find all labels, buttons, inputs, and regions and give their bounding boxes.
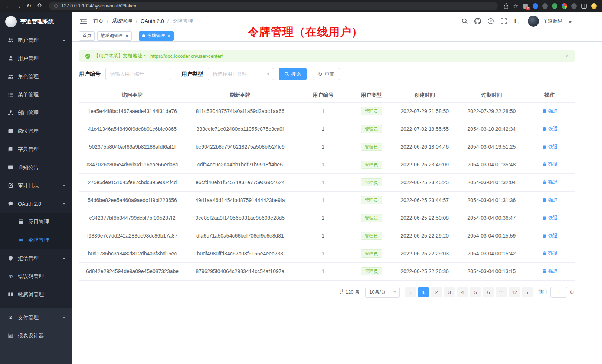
chevron-down-icon[interactable] bbox=[569, 21, 572, 23]
force-logout-button[interactable]: 强退 bbox=[542, 250, 558, 257]
split-view-icon[interactable] bbox=[581, 3, 587, 9]
fullscreen-icon[interactable] bbox=[500, 18, 507, 24]
page-button-5[interactable]: 5 bbox=[470, 287, 481, 297]
sidebar-toggle-icon[interactable] bbox=[80, 18, 87, 24]
tab-sensitive-word[interactable]: 敏感词管理× bbox=[97, 31, 132, 41]
page-button-12[interactable]: 12 bbox=[509, 287, 520, 297]
page-button-1[interactable]: 1 bbox=[418, 287, 429, 297]
sidebar-item-error-code[interactable]: </>错误码管理 bbox=[0, 267, 72, 285]
broadcast-icon bbox=[18, 237, 24, 243]
help-icon[interactable]: ? bbox=[487, 18, 494, 24]
sidebar-item-oauth2-token[interactable]: 令牌管理 bbox=[0, 231, 72, 249]
table-header-row: 访问令牌刷新令牌用户编号用户类型创建时间过期时间操作 bbox=[79, 88, 575, 102]
extensions-puzzle-icon[interactable] bbox=[562, 3, 567, 9]
search-button[interactable]: 搜索 bbox=[279, 68, 307, 80]
action-cell: 强退 bbox=[525, 120, 575, 138]
page-size-select[interactable]: 10条/页 bbox=[365, 287, 400, 298]
home-icon[interactable] bbox=[35, 3, 44, 9]
username[interactable]: 芋道源码 bbox=[543, 18, 562, 24]
extension-green-icon[interactable] bbox=[552, 3, 557, 9]
user-id-input[interactable] bbox=[105, 68, 171, 80]
sidebar-item-dept[interactable]: 部门管理 bbox=[0, 104, 72, 122]
chevron-down-icon bbox=[267, 73, 270, 75]
prev-page-button[interactable]: ‹ bbox=[405, 287, 416, 297]
share-icon[interactable] bbox=[503, 3, 509, 9]
tab-home[interactable]: 首页 bbox=[79, 31, 95, 41]
sidebar-item-notice[interactable]: 通知公告 bbox=[0, 158, 72, 176]
force-logout-button[interactable]: 强退 bbox=[542, 215, 558, 221]
refresh-icon[interactable]: ↻ bbox=[24, 3, 33, 9]
svg-text:?: ? bbox=[490, 19, 492, 23]
sidebar-item-menu[interactable]: 菜单管理 bbox=[0, 86, 72, 104]
back-icon[interactable]: ← bbox=[4, 3, 13, 9]
alert-close-icon[interactable]: × bbox=[565, 53, 569, 59]
github-icon[interactable] bbox=[474, 18, 481, 24]
extension-blue-icon[interactable] bbox=[533, 3, 538, 9]
page-button-2[interactable]: 2 bbox=[431, 287, 442, 297]
sidebar-item-report-designer[interactable]: 报表设计器 bbox=[0, 327, 72, 345]
force-logout-label: 强退 bbox=[548, 197, 558, 203]
sidebar-item-tenant[interactable]: 租户管理 bbox=[0, 31, 72, 49]
breadcrumb-item[interactable]: 系统管理 bbox=[112, 18, 132, 24]
site-info-icon[interactable] bbox=[53, 4, 58, 9]
force-logout-button[interactable]: 强退 bbox=[542, 161, 558, 168]
sidebar-item-sms[interactable]: 短信管理 bbox=[0, 249, 72, 267]
extension-dark-icon-2[interactable] bbox=[571, 3, 577, 9]
breadcrumb-item[interactable]: 首页 bbox=[93, 18, 104, 24]
sidebar-item-pay[interactable]: ¥支付管理 bbox=[0, 308, 72, 327]
expire-time-cell: 2054-03-04 00:36:47 bbox=[458, 209, 525, 227]
user-type-select[interactable]: 请选择用户类型 bbox=[208, 68, 274, 80]
search-button-label: 搜索 bbox=[291, 71, 301, 77]
sidebar-item-role[interactable]: 角色管理 bbox=[0, 67, 72, 86]
user-avatar[interactable] bbox=[528, 16, 539, 27]
access-token-cell: 275e5de9151045fe87cbdc395e004f4d bbox=[79, 173, 186, 191]
page-button-6[interactable]: 6 bbox=[483, 287, 494, 297]
sidebar-item-audit-log[interactable]: 审计日志 bbox=[0, 176, 72, 195]
app-window: 芋道管理系统 租户管理用户管理角色管理菜单管理部门管理岗位管理字典管理通知公告审… bbox=[0, 12, 602, 364]
search-icon[interactable] bbox=[461, 18, 468, 24]
sidebar-item-label: 菜单管理 bbox=[18, 92, 66, 98]
forward-icon[interactable]: → bbox=[14, 3, 23, 9]
action-cell: 强退 bbox=[525, 191, 575, 209]
font-size-icon[interactable]: TT bbox=[513, 18, 519, 24]
create-time-cell: 2022-07-02 18:55:55 bbox=[391, 120, 458, 138]
bookmark-star-icon[interactable]: ☆ bbox=[513, 3, 518, 9]
force-logout-button[interactable]: 强退 bbox=[542, 126, 558, 132]
page-button-3[interactable]: 3 bbox=[444, 287, 455, 297]
action-cell: 强退 bbox=[525, 262, 575, 280]
extension-badged-icon[interactable]: 0 bbox=[522, 3, 529, 9]
breadcrumb-item[interactable]: OAuth 2.0 bbox=[141, 18, 164, 24]
sidebar-item-oauth2-application[interactable]: 应用管理 bbox=[0, 213, 72, 231]
page-button-4[interactable]: 4 bbox=[457, 287, 468, 297]
user-type-cell: 管理员 bbox=[351, 156, 391, 173]
tab-close-icon[interactable]: × bbox=[168, 33, 171, 38]
sidebar-item-user[interactable]: 用户管理 bbox=[0, 49, 72, 67]
force-logout-button[interactable]: 强退 bbox=[542, 143, 558, 150]
user-type-badge: 管理员 bbox=[361, 125, 382, 133]
sidebar-item-label: OAuth 2.0 bbox=[18, 201, 58, 207]
goto-page-input[interactable] bbox=[550, 287, 567, 298]
app-logo[interactable]: 芋道管理系统 bbox=[0, 12, 72, 31]
tab-token[interactable]: 令牌管理× bbox=[139, 31, 174, 41]
sidebar-item-oauth2[interactable]: OAuth 2.0 bbox=[0, 195, 72, 213]
force-logout-button[interactable]: 强退 bbox=[542, 197, 558, 203]
list-icon bbox=[8, 92, 13, 97]
create-time-cell: 2022-06-25 23:45:25 bbox=[391, 173, 458, 191]
extension-dark-icon[interactable] bbox=[542, 3, 548, 9]
chevron-up-icon bbox=[62, 202, 66, 206]
reset-button[interactable]: ↻ 重置 bbox=[313, 68, 340, 80]
profile-avatar-emoji[interactable] bbox=[591, 3, 597, 9]
doc-link[interactable]: https://doc.iocoder.cn/user-center/ bbox=[150, 53, 223, 59]
force-logout-button[interactable]: 强退 bbox=[542, 179, 558, 186]
page-ellipsis[interactable]: ••• bbox=[496, 287, 507, 297]
sidebar-item-post[interactable]: 岗位管理 bbox=[0, 122, 72, 140]
force-logout-button[interactable]: 强退 bbox=[542, 268, 558, 275]
force-logout-button[interactable]: 强退 bbox=[542, 108, 558, 115]
next-page-button[interactable]: › bbox=[522, 287, 533, 297]
tab-close-icon[interactable]: × bbox=[125, 33, 128, 38]
address-bar[interactable]: 127.0.0.1:1024/system/oauth2/token bbox=[49, 2, 498, 10]
sidebar-item-dict[interactable]: 字典管理 bbox=[0, 140, 72, 158]
force-logout-button[interactable]: 强退 bbox=[542, 232, 558, 239]
sidebar-item-sensitive-word[interactable]: 敏感词管理 bbox=[0, 285, 72, 304]
access-token-cell: 54d6be82ee5a460a9aedc1f9bf223656 bbox=[79, 191, 186, 209]
